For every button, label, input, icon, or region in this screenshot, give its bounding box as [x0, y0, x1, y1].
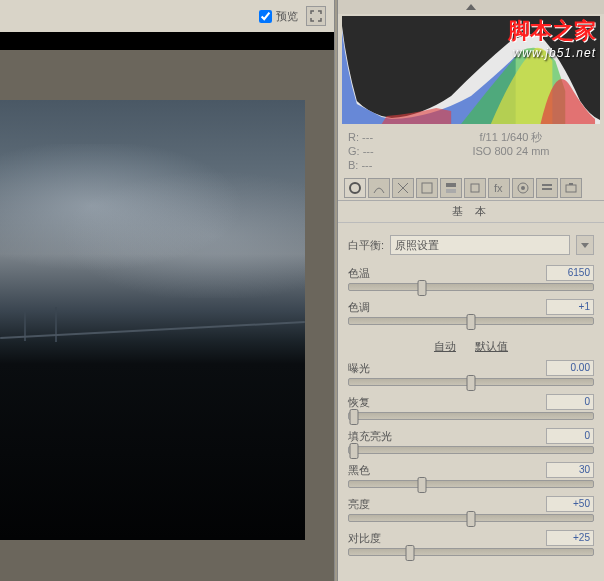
wb-select[interactable]: 原照设置	[390, 235, 570, 255]
fullscreen-icon[interactable]	[306, 6, 326, 26]
image-preview[interactable]	[0, 50, 334, 581]
adjustments-pane: 脚本之家 www.jb51.net R: --- G: --- B: --- f…	[338, 0, 604, 581]
exposure-thumb[interactable]	[467, 375, 476, 391]
slider-fill: 填充亮光0	[348, 428, 594, 454]
contrast-label: 对比度	[348, 531, 381, 546]
svg-rect-2	[446, 183, 456, 187]
contrast-value[interactable]: +25	[546, 530, 594, 546]
temp-track[interactable]	[348, 283, 594, 291]
svg-rect-9	[542, 188, 552, 190]
slider-brightness: 亮度+50	[348, 496, 594, 522]
contrast-track[interactable]	[348, 548, 594, 556]
preview-toolbar: 预览	[0, 0, 334, 32]
slider-recovery: 恢复0	[348, 394, 594, 420]
recovery-label: 恢复	[348, 395, 370, 410]
tint-track[interactable]	[348, 317, 594, 325]
svg-rect-3	[446, 189, 456, 193]
fill-label: 填充亮光	[348, 429, 392, 444]
tab-lens[interactable]	[464, 178, 486, 198]
preview-pane: 预览	[0, 0, 334, 581]
photo-content	[0, 100, 305, 540]
temp-thumb[interactable]	[418, 280, 427, 296]
auto-default-links: 自动 默认值	[348, 333, 594, 360]
brightness-thumb[interactable]	[467, 511, 476, 527]
tab-split[interactable]	[440, 178, 462, 198]
rgb-b: B: ---	[348, 158, 428, 172]
contrast-thumb[interactable]	[406, 545, 415, 561]
rgb-r: R: ---	[348, 130, 428, 144]
preview-checkbox[interactable]: 预览	[259, 9, 298, 24]
tab-snapshot[interactable]	[560, 178, 582, 198]
black-label: 黑色	[348, 463, 370, 478]
slider-contrast: 对比度+25	[348, 530, 594, 556]
preview-label: 预览	[276, 9, 298, 24]
scroll-up-button[interactable]	[338, 0, 604, 14]
tab-preset[interactable]	[536, 178, 558, 198]
tint-label: 色调	[348, 300, 370, 315]
aperture-shutter: f/11 1/640 秒	[428, 130, 594, 144]
auto-link[interactable]: 自动	[434, 340, 456, 352]
brightness-track[interactable]	[348, 514, 594, 522]
camera-raw-dialog: 预览 脚	[0, 0, 604, 581]
svg-rect-1	[422, 183, 432, 193]
basic-panel: 白平衡: 原照设置 色温6150 色调+1 自动 默认值 曝光0.00	[338, 223, 604, 564]
black-track[interactable]	[348, 480, 594, 488]
temp-label: 色温	[348, 266, 370, 281]
fill-track[interactable]	[348, 446, 594, 454]
fill-value[interactable]: 0	[546, 428, 594, 444]
tint-value[interactable]: +1	[546, 299, 594, 315]
svg-point-0	[350, 183, 360, 193]
wb-dropdown-icon[interactable]	[576, 235, 594, 255]
fill-thumb[interactable]	[349, 443, 358, 459]
exposure-label: 曝光	[348, 361, 370, 376]
exposure-info: R: --- G: --- B: --- f/11 1/640 秒 ISO 80…	[338, 126, 604, 176]
recovery-track[interactable]	[348, 412, 594, 420]
slider-temp: 色温6150	[348, 265, 594, 291]
chevron-up-icon	[466, 4, 476, 10]
slider-black: 黑色30	[348, 462, 594, 488]
panel-tabs: fx	[338, 176, 604, 201]
svg-text:fx: fx	[494, 182, 503, 194]
wb-label: 白平衡:	[348, 238, 384, 253]
black-value[interactable]: 30	[546, 462, 594, 478]
filmstrip-bar	[0, 32, 334, 50]
temp-value[interactable]: 6150	[546, 265, 594, 281]
recovery-value[interactable]: 0	[546, 394, 594, 410]
tab-basic[interactable]	[344, 178, 366, 198]
panel-title: 基 本	[338, 201, 604, 223]
svg-rect-10	[566, 185, 576, 192]
black-thumb[interactable]	[418, 477, 427, 493]
histogram[interactable]: 脚本之家 www.jb51.net	[342, 16, 600, 124]
rgb-g: G: ---	[348, 144, 428, 158]
brightness-label: 亮度	[348, 497, 370, 512]
svg-rect-8	[542, 184, 552, 186]
tab-detail[interactable]	[392, 178, 414, 198]
brightness-value[interactable]: +50	[546, 496, 594, 512]
preview-check-input[interactable]	[259, 10, 272, 23]
exposure-value[interactable]: 0.00	[546, 360, 594, 376]
tint-thumb[interactable]	[467, 314, 476, 330]
svg-point-6	[521, 186, 525, 190]
recovery-thumb[interactable]	[349, 409, 358, 425]
tab-fx[interactable]: fx	[488, 178, 510, 198]
tab-calib[interactable]	[512, 178, 534, 198]
slider-exposure: 曝光0.00	[348, 360, 594, 386]
wb-value: 原照设置	[395, 238, 439, 253]
exposure-track[interactable]	[348, 378, 594, 386]
default-link[interactable]: 默认值	[475, 340, 508, 352]
tab-hsl[interactable]	[416, 178, 438, 198]
iso-focal: ISO 800 24 mm	[428, 144, 594, 158]
svg-rect-4	[471, 184, 479, 192]
slider-tint: 色调+1	[348, 299, 594, 325]
svg-rect-11	[569, 183, 573, 185]
tab-curve[interactable]	[368, 178, 390, 198]
